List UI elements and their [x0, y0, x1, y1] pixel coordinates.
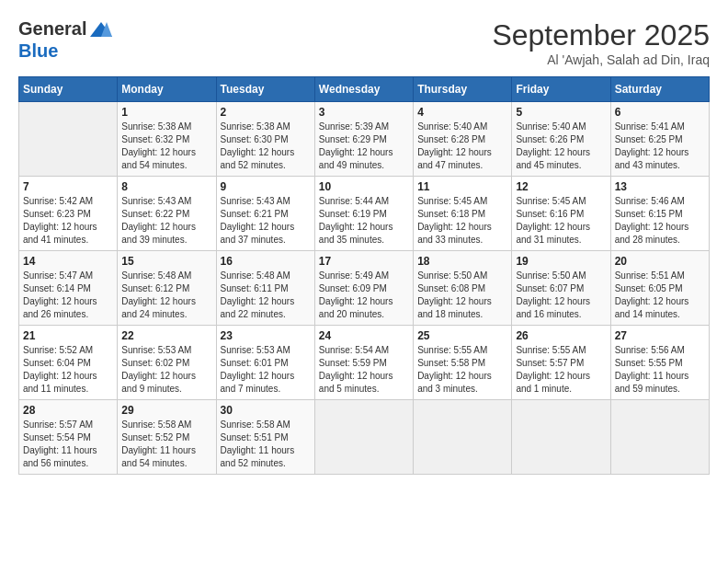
calendar-cell: 30Sunrise: 5:58 AMSunset: 5:51 PMDayligh… — [216, 400, 314, 475]
calendar-cell: 13Sunrise: 5:46 AMSunset: 6:15 PMDayligh… — [610, 177, 709, 251]
day-info: Sunrise: 5:42 AMSunset: 6:23 PMDaylight:… — [23, 195, 113, 247]
week-row-1: 1Sunrise: 5:38 AMSunset: 6:32 PMDaylight… — [19, 102, 710, 177]
day-header-wednesday: Wednesday — [314, 77, 413, 102]
logo: General Blue — [18, 18, 114, 61]
day-info: Sunrise: 5:48 AMSunset: 6:11 PMDaylight:… — [221, 270, 311, 321]
day-number: 1 — [121, 106, 211, 119]
day-header-sunday: Sunday — [19, 77, 118, 102]
calendar-cell: 14Sunrise: 5:47 AMSunset: 6:14 PMDayligh… — [19, 251, 118, 326]
calendar-cell: 23Sunrise: 5:53 AMSunset: 6:01 PMDayligh… — [216, 326, 314, 400]
calendar-cell — [314, 400, 413, 475]
calendar-cell: 11Sunrise: 5:45 AMSunset: 6:18 PMDayligh… — [414, 177, 512, 251]
day-number: 5 — [516, 106, 606, 119]
calendar-cell: 21Sunrise: 5:52 AMSunset: 6:04 PMDayligh… — [19, 326, 118, 400]
day-info: Sunrise: 5:46 AMSunset: 6:15 PMDaylight:… — [615, 195, 705, 247]
day-number: 26 — [516, 329, 606, 342]
calendar-cell: 2Sunrise: 5:38 AMSunset: 6:30 PMDaylight… — [216, 102, 314, 177]
day-header-friday: Friday — [512, 77, 610, 102]
day-number: 11 — [417, 180, 507, 193]
day-info: Sunrise: 5:41 AMSunset: 6:25 PMDaylight:… — [615, 121, 705, 172]
day-info: Sunrise: 5:43 AMSunset: 6:22 PMDaylight:… — [121, 195, 211, 247]
day-info: Sunrise: 5:45 AMSunset: 6:18 PMDaylight:… — [417, 195, 507, 247]
calendar-cell: 12Sunrise: 5:45 AMSunset: 6:16 PMDayligh… — [512, 177, 610, 251]
calendar-cell: 3Sunrise: 5:39 AMSunset: 6:29 PMDaylight… — [314, 102, 413, 177]
calendar-cell: 28Sunrise: 5:57 AMSunset: 5:54 PMDayligh… — [19, 400, 118, 475]
day-info: Sunrise: 5:50 AMSunset: 6:08 PMDaylight:… — [417, 270, 507, 321]
day-number: 6 — [615, 106, 705, 119]
day-number: 28 — [23, 404, 113, 417]
day-info: Sunrise: 5:51 AMSunset: 6:05 PMDaylight:… — [615, 270, 705, 321]
title-area: September 2025 Al 'Awjah, Salah ad Din, … — [492, 18, 710, 67]
day-number: 21 — [23, 329, 113, 342]
day-number: 17 — [319, 255, 409, 268]
day-header-thursday: Thursday — [414, 77, 512, 102]
day-info: Sunrise: 5:58 AMSunset: 5:52 PMDaylight:… — [121, 419, 211, 470]
day-info: Sunrise: 5:52 AMSunset: 6:04 PMDaylight:… — [23, 344, 113, 396]
day-info: Sunrise: 5:45 AMSunset: 6:16 PMDaylight:… — [516, 195, 606, 247]
day-number: 14 — [23, 255, 113, 268]
day-info: Sunrise: 5:55 AMSunset: 5:57 PMDaylight:… — [516, 344, 606, 396]
day-number: 20 — [615, 255, 705, 268]
day-number: 10 — [319, 180, 409, 193]
day-number: 27 — [615, 329, 705, 342]
day-number: 8 — [121, 180, 211, 193]
month-title: September 2025 — [492, 18, 710, 52]
calendar-cell — [19, 102, 118, 177]
calendar-cell: 9Sunrise: 5:43 AMSunset: 6:21 PMDaylight… — [216, 177, 314, 251]
logo-icon — [88, 20, 114, 40]
day-info: Sunrise: 5:40 AMSunset: 6:28 PMDaylight:… — [417, 121, 507, 172]
day-number: 7 — [23, 180, 113, 193]
calendar-cell: 4Sunrise: 5:40 AMSunset: 6:28 PMDaylight… — [414, 102, 512, 177]
calendar-cell: 27Sunrise: 5:56 AMSunset: 5:55 PMDayligh… — [610, 326, 709, 400]
day-number: 15 — [121, 255, 211, 268]
day-number: 23 — [221, 329, 311, 342]
day-info: Sunrise: 5:39 AMSunset: 6:29 PMDaylight:… — [319, 121, 409, 172]
week-row-2: 7Sunrise: 5:42 AMSunset: 6:23 PMDaylight… — [19, 177, 710, 251]
calendar-cell: 29Sunrise: 5:58 AMSunset: 5:52 PMDayligh… — [118, 400, 216, 475]
day-number: 29 — [121, 404, 211, 417]
page-header: General Blue September 2025 Al 'Awjah, S… — [18, 18, 710, 67]
logo-text: General — [18, 18, 114, 40]
calendar-cell: 26Sunrise: 5:55 AMSunset: 5:57 PMDayligh… — [512, 326, 610, 400]
day-info: Sunrise: 5:58 AMSunset: 5:51 PMDaylight:… — [221, 419, 311, 470]
location-subtitle: Al 'Awjah, Salah ad Din, Iraq — [492, 52, 710, 67]
day-info: Sunrise: 5:40 AMSunset: 6:26 PMDaylight:… — [516, 121, 606, 172]
day-number: 4 — [417, 106, 507, 119]
logo-line2: Blue — [18, 40, 114, 61]
day-info: Sunrise: 5:44 AMSunset: 6:19 PMDaylight:… — [319, 195, 409, 247]
calendar-table: SundayMondayTuesdayWednesdayThursdayFrid… — [18, 76, 710, 475]
day-number: 22 — [121, 329, 211, 342]
calendar-cell: 6Sunrise: 5:41 AMSunset: 6:25 PMDaylight… — [610, 102, 709, 177]
day-number: 25 — [417, 329, 507, 342]
day-number: 13 — [615, 180, 705, 193]
calendar-cell — [610, 400, 709, 475]
day-info: Sunrise: 5:50 AMSunset: 6:07 PMDaylight:… — [516, 270, 606, 321]
calendar-cell: 1Sunrise: 5:38 AMSunset: 6:32 PMDaylight… — [118, 102, 216, 177]
day-info: Sunrise: 5:43 AMSunset: 6:21 PMDaylight:… — [221, 195, 311, 247]
day-info: Sunrise: 5:38 AMSunset: 6:30 PMDaylight:… — [221, 121, 311, 172]
week-row-4: 21Sunrise: 5:52 AMSunset: 6:04 PMDayligh… — [19, 326, 710, 400]
day-info: Sunrise: 5:48 AMSunset: 6:12 PMDaylight:… — [121, 270, 211, 321]
day-info: Sunrise: 5:56 AMSunset: 5:55 PMDaylight:… — [615, 344, 705, 396]
day-number: 16 — [221, 255, 311, 268]
day-number: 18 — [417, 255, 507, 268]
calendar-cell: 16Sunrise: 5:48 AMSunset: 6:11 PMDayligh… — [216, 251, 314, 326]
day-number: 9 — [221, 180, 311, 193]
calendar-cell — [512, 400, 610, 475]
calendar-cell: 17Sunrise: 5:49 AMSunset: 6:09 PMDayligh… — [314, 251, 413, 326]
calendar-cell: 5Sunrise: 5:40 AMSunset: 6:26 PMDaylight… — [512, 102, 610, 177]
day-info: Sunrise: 5:53 AMSunset: 6:02 PMDaylight:… — [121, 344, 211, 396]
day-info: Sunrise: 5:54 AMSunset: 5:59 PMDaylight:… — [319, 344, 409, 396]
day-header-monday: Monday — [118, 77, 216, 102]
day-number: 12 — [516, 180, 606, 193]
day-info: Sunrise: 5:57 AMSunset: 5:54 PMDaylight:… — [23, 419, 113, 470]
header-row: SundayMondayTuesdayWednesdayThursdayFrid… — [19, 77, 710, 102]
calendar-cell — [414, 400, 512, 475]
calendar-cell: 10Sunrise: 5:44 AMSunset: 6:19 PMDayligh… — [314, 177, 413, 251]
day-info: Sunrise: 5:47 AMSunset: 6:14 PMDaylight:… — [23, 270, 113, 321]
calendar-cell: 19Sunrise: 5:50 AMSunset: 6:07 PMDayligh… — [512, 251, 610, 326]
day-number: 2 — [221, 106, 311, 119]
calendar-cell: 25Sunrise: 5:55 AMSunset: 5:58 PMDayligh… — [414, 326, 512, 400]
day-header-tuesday: Tuesday — [216, 77, 314, 102]
calendar-cell: 18Sunrise: 5:50 AMSunset: 6:08 PMDayligh… — [414, 251, 512, 326]
